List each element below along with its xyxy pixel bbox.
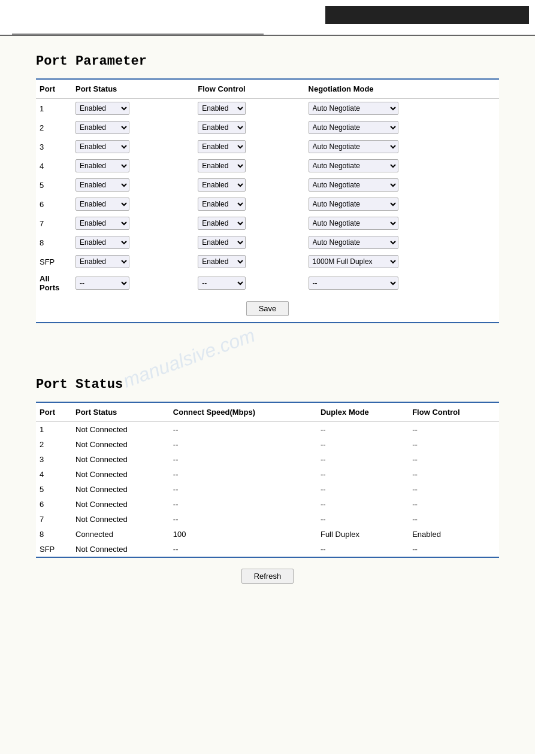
refresh-button[interactable]: Refresh [241,569,294,584]
status-port-2: 2 [36,437,72,452]
param-status-select-6[interactable]: EnabledDisabled [75,198,129,211]
param-flow-cell-1: EnabledDisabled [194,99,304,119]
all-ports-flow-select[interactable]: --EnabledDisabled [198,277,246,290]
port-status-table-wrapper: Port Port Status Connect Speed(Mbps) Dup… [36,402,499,558]
param-neg-cell-5: Auto Negotiate10M Half Duplex10M Full Du… [305,175,499,195]
page-wrapper: manualsive.com Port Parameter Port Port … [0,0,535,756]
param-row-8: 8EnabledDisabledEnabledDisabledAuto Nego… [36,233,499,252]
param-flow-select-SFP[interactable]: EnabledDisabled [198,255,246,268]
port-parameter-title: Port Parameter [36,54,499,69]
status-speed-SFP: -- [170,542,317,557]
status-col-port: Port [36,403,72,422]
param-port-3: 3 [36,137,72,156]
status-speed-5: -- [170,482,317,497]
save-row: Save [36,295,499,322]
status-tbody: 1Not Connected------2Not Connected------… [36,422,499,557]
param-neg-select-2[interactable]: Auto Negotiate10M Half Duplex10M Full Du… [309,121,398,134]
param-neg-select-7[interactable]: Auto Negotiate10M Half Duplex10M Full Du… [309,217,398,230]
param-status-cell-7: EnabledDisabled [72,214,194,233]
status-port-status-5: Not Connected [72,482,170,497]
status-flow-2: -- [409,437,499,452]
status-row-7: 7Not Connected------ [36,512,499,527]
save-button[interactable]: Save [246,301,289,316]
param-neg-select-SFP[interactable]: 1000M Full Duplex [309,255,398,268]
status-duplex-1: -- [317,422,409,438]
save-cell: Save [36,295,499,322]
param-status-select-3[interactable]: EnabledDisabled [75,140,129,153]
param-flow-select-1[interactable]: EnabledDisabled [198,102,246,115]
param-port-8: 8 [36,233,72,252]
param-flow-cell-4: EnabledDisabled [194,156,304,175]
status-flow-1: -- [409,422,499,438]
param-flow-select-2[interactable]: EnabledDisabled [198,121,246,134]
param-neg-select-4[interactable]: Auto Negotiate10M Half Duplex10M Full Du… [309,159,398,172]
param-port-SFP: SFP [36,252,72,271]
status-port-status-2: Not Connected [72,437,170,452]
param-flow-select-4[interactable]: EnabledDisabled [198,159,246,172]
param-flow-select-3[interactable]: EnabledDisabled [198,140,246,153]
param-port-6: 6 [36,195,72,214]
param-flow-select-7[interactable]: EnabledDisabled [198,217,246,230]
all-ports-neg-select[interactable]: --Auto Negotiate10M Half Duplex10M Full … [309,277,398,290]
section-gap [36,323,499,371]
param-neg-select-5[interactable]: Auto Negotiate10M Half Duplex10M Full Du… [309,178,398,192]
param-flow-cell-7: EnabledDisabled [194,214,304,233]
param-status-select-5[interactable]: EnabledDisabled [75,178,129,192]
port-status-table: Port Port Status Connect Speed(Mbps) Dup… [36,403,499,557]
top-bar-black [325,6,529,24]
status-port-6: 6 [36,497,72,512]
status-port-status-7: Not Connected [72,512,170,527]
status-speed-1: -- [170,422,317,438]
port-status-title: Port Status [36,377,499,392]
status-port-status-6: Not Connected [72,497,170,512]
param-row-4: 4EnabledDisabledEnabledDisabledAuto Nego… [36,156,499,175]
status-speed-2: -- [170,437,317,452]
status-speed-6: -- [170,497,317,512]
col-negotiation-mode: Negotiation Mode [305,80,499,99]
param-status-cell-5: EnabledDisabled [72,175,194,195]
col-port: Port [36,80,72,99]
param-status-select-SFP[interactable]: EnabledDisabled [75,255,129,268]
param-neg-cell-8: Auto Negotiate10M Half Duplex10M Full Du… [305,233,499,252]
param-status-select-7[interactable]: EnabledDisabled [75,217,129,230]
param-neg-cell-2: Auto Negotiate10M Half Duplex10M Full Du… [305,118,499,137]
param-status-select-4[interactable]: EnabledDisabled [75,159,129,172]
status-flow-5: -- [409,482,499,497]
param-status-select-2[interactable]: EnabledDisabled [75,121,129,134]
param-flow-select-5[interactable]: EnabledDisabled [198,178,246,192]
param-port-7: 7 [36,214,72,233]
status-flow-SFP: -- [409,542,499,557]
status-port-status-SFP: Not Connected [72,542,170,557]
param-neg-select-3[interactable]: Auto Negotiate10M Half Duplex10M Full Du… [309,140,398,153]
all-ports-status-select[interactable]: --EnabledDisabled [75,277,129,290]
param-status-cell-3: EnabledDisabled [72,137,194,156]
param-table-header: Port Port Status Flow Control Negotiatio… [36,80,499,99]
param-flow-select-8[interactable]: EnabledDisabled [198,236,246,249]
status-port-1: 1 [36,422,72,438]
param-status-select-1[interactable]: EnabledDisabled [75,102,129,115]
all-ports-label: All Ports [36,271,72,295]
param-flow-select-6[interactable]: EnabledDisabled [198,198,246,211]
status-table-header: Port Port Status Connect Speed(Mbps) Dup… [36,403,499,422]
status-duplex-2: -- [317,437,409,452]
port-parameter-table: Port Port Status Flow Control Negotiatio… [36,80,499,322]
status-duplex-SFP: -- [317,542,409,557]
param-status-cell-2: EnabledDisabled [72,118,194,137]
param-flow-cell-2: EnabledDisabled [194,118,304,137]
param-neg-select-1[interactable]: Auto Negotiate10M Half Duplex10M Full Du… [309,102,398,115]
param-flow-cell-5: EnabledDisabled [194,175,304,195]
status-col-flow-control: Flow Control [409,403,499,422]
status-col-port-status: Port Status [72,403,170,422]
status-row-3: 3Not Connected------ [36,452,499,467]
param-neg-select-8[interactable]: Auto Negotiate10M Half Duplex10M Full Du… [309,236,398,249]
status-duplex-4: -- [317,467,409,482]
status-row-1: 1Not Connected------ [36,422,499,438]
param-neg-select-6[interactable]: Auto Negotiate10M Half Duplex10M Full Du… [309,198,398,211]
status-flow-8: Enabled [409,527,499,542]
param-status-select-8[interactable]: EnabledDisabled [75,236,129,249]
status-duplex-3: -- [317,452,409,467]
top-bar-line [12,34,264,35]
param-status-cell-8: EnabledDisabled [72,233,194,252]
status-row-2: 2Not Connected------ [36,437,499,452]
col-port-status: Port Status [72,80,194,99]
